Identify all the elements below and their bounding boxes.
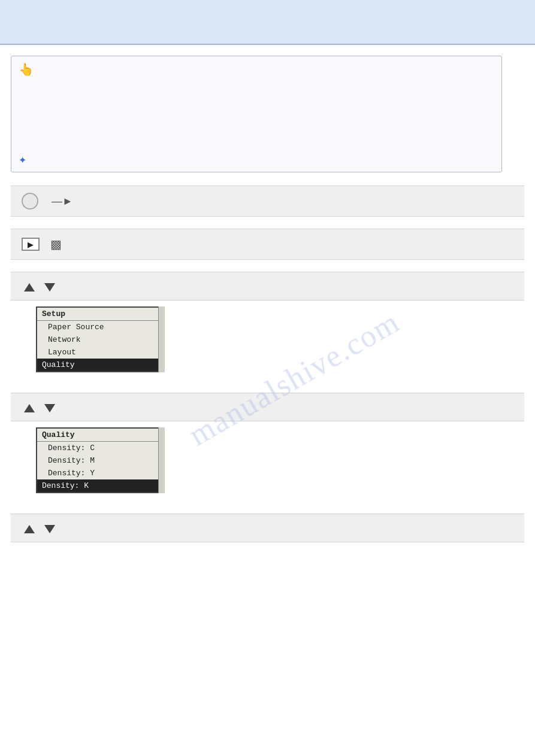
quality-menu-scrollbar	[158, 427, 165, 493]
gap-4	[11, 502, 524, 514]
quality-menu: Quality Density: C Density: M Density: Y…	[36, 427, 165, 493]
nav-row-1	[11, 272, 524, 300]
gap-1	[11, 217, 524, 229]
setup-menu-title: Setup	[37, 308, 164, 321]
nav-tri-down-1	[44, 283, 55, 292]
setup-menu-item-1[interactable]: Network	[37, 333, 164, 346]
nav-tri-up-3	[24, 525, 35, 533]
nav-tri-up-1	[24, 283, 35, 292]
setup-menu: Setup Paper Source Network Layout Qualit…	[36, 306, 165, 372]
quality-menu-item-2[interactable]: Density: Y	[37, 467, 164, 479]
setup-menu-wrap: Setup Paper Source Network Layout Qualit…	[36, 306, 165, 372]
hand-icon: 👆	[19, 62, 34, 77]
gap-3	[11, 381, 524, 393]
quality-menu-item-0[interactable]: Density: C	[37, 442, 164, 454]
nav-tri-down-3	[44, 525, 55, 533]
setup-menu-item-2[interactable]: Layout	[37, 346, 164, 359]
circle-icon	[22, 193, 38, 210]
preview-box: 👆 ✦	[11, 56, 502, 172]
setup-menu-scrollbar	[158, 306, 165, 372]
nav-tri-down-2	[44, 404, 55, 412]
quality-menu-container: Quality Density: C Density: M Density: Y…	[11, 421, 524, 502]
nav-tri-up-2	[24, 404, 35, 412]
gap-2	[11, 260, 524, 272]
quality-menu-item-3[interactable]: Density: K	[37, 479, 164, 492]
quality-menu-item-1[interactable]: Density: M	[37, 454, 164, 467]
play-icon-box: ▶	[22, 238, 40, 251]
quality-menu-title: Quality	[37, 429, 164, 442]
monitor-icon: ▩	[50, 237, 62, 251]
arrow-right-icon: —►	[52, 195, 73, 208]
setup-menu-item-3[interactable]: Quality	[37, 359, 164, 371]
expand-icon: ✦	[19, 154, 26, 166]
section-strip-1: —►	[11, 186, 524, 217]
main-content: 👆 ✦ —► ▶ ▩ Setup Paper Source Network La…	[0, 45, 535, 553]
header-bar	[0, 0, 535, 45]
setup-menu-item-0[interactable]: Paper Source	[37, 321, 164, 333]
setup-menu-container: Setup Paper Source Network Layout Qualit…	[11, 300, 524, 381]
nav-row-2	[11, 393, 524, 421]
section-strip-2: ▶ ▩	[11, 229, 524, 260]
quality-menu-wrap: Quality Density: C Density: M Density: Y…	[36, 427, 165, 493]
nav-row-3	[11, 514, 524, 542]
